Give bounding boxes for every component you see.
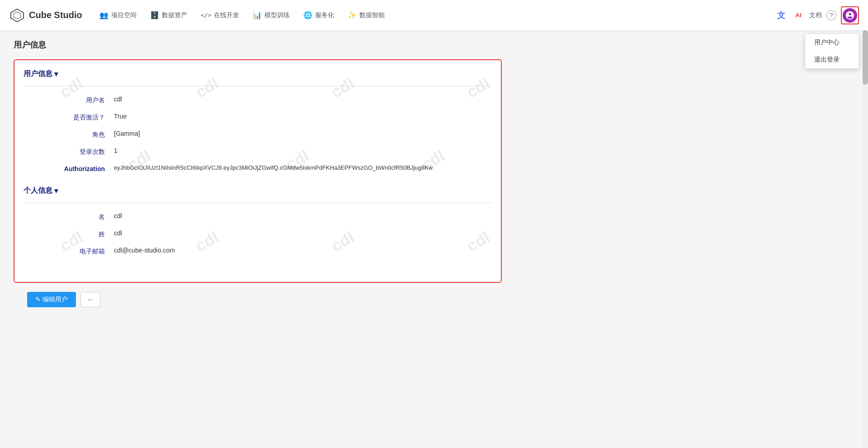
nav-data-ai-label: 数据智能 (359, 11, 385, 19)
back-button[interactable]: ← (80, 292, 100, 307)
doc-label[interactable]: 文档 (809, 9, 822, 22)
field-authorization-value: eyJhbGciOiJIUzI1NiIsInR5cCI6IkpXVCJ9.eyJ… (114, 164, 433, 171)
nav-data-assets[interactable]: 🗄️ 数据资产 (150, 11, 187, 19)
data-assets-icon: 🗄️ (150, 11, 159, 19)
project-space-icon: 👥 (99, 11, 108, 19)
nav-online-dev-label: 在线开发 (214, 11, 239, 19)
field-role-value: [Gamma] (114, 130, 140, 137)
field-firstname-value: cdl (114, 212, 122, 219)
field-username: 用户名 cdl (24, 95, 492, 105)
nav-model-train[interactable]: 📊 模型训练 (253, 11, 290, 19)
user-info-chevron: ▾ (54, 70, 58, 78)
avatar (843, 8, 857, 23)
field-email-value: cdl@cube-studio.com (114, 247, 175, 254)
field-authorization: Authorization eyJhbGciOiJIUzI1NiIsInR5cC… (24, 164, 492, 172)
field-email: 电子邮箱 cdl@cube-studio.com (24, 247, 492, 256)
scrollbar-track[interactable] (863, 30, 868, 448)
brand[interactable]: Cube Studio (9, 7, 99, 24)
field-authorization-label: Authorization (24, 164, 114, 172)
field-firstname-label: 名 (24, 212, 114, 221)
field-lastname-label: 姓 (24, 229, 114, 238)
nav-online-dev[interactable]: </> 在线开发 (201, 11, 239, 19)
field-lastname: 姓 cdl (24, 229, 492, 238)
main-content: 用户信息 cdl cdl cdl cdl cdl cdl cdl cdl cdl… (0, 30, 868, 448)
field-active-value: True (114, 113, 127, 120)
model-train-icon: 📊 (253, 11, 262, 19)
nav-service[interactable]: 🌐 服务化 (303, 11, 334, 19)
bottom-actions: ✎ 编辑用户 ← (14, 292, 854, 307)
personal-info-section-header[interactable]: 个人信息 ▾ (24, 186, 492, 195)
nav-project-space-label: 项目空间 (111, 11, 137, 19)
field-firstname: 名 cdl (24, 212, 492, 221)
back-arrow-icon: ← (87, 296, 94, 303)
field-email-label: 电子邮箱 (24, 247, 114, 256)
ai-label[interactable]: AI (792, 9, 805, 22)
online-dev-icon: </> (201, 12, 211, 19)
svg-marker-2 (14, 12, 21, 19)
user-info-section-title: 用户信息 (24, 69, 52, 79)
nav-data-ai[interactable]: ✨ 数据智能 (348, 11, 385, 19)
field-username-label: 用户名 (24, 95, 114, 105)
field-role-label: 角色 (24, 130, 114, 139)
user-dropdown-menu: 用户中心 退出登录 (805, 33, 859, 69)
scrollbar-thumb[interactable] (863, 30, 868, 85)
field-lastname-value: cdl (114, 229, 122, 237)
field-role: 角色 [Gamma] (24, 130, 492, 139)
help-icon[interactable]: ? (826, 10, 836, 20)
brand-icon (9, 7, 25, 24)
navbar-menu: 👥 项目空间 🗄️ 数据资产 </> 在线开发 📊 模型训练 🌐 服务化 ✨ 数… (99, 11, 775, 19)
nav-model-train-label: 模型训练 (264, 11, 290, 19)
field-username-value: cdl (114, 95, 122, 103)
field-active-label: 是否激活？ (24, 113, 114, 122)
personal-info-section-title: 个人信息 (24, 186, 52, 195)
service-icon: 🌐 (303, 11, 312, 19)
edit-user-button[interactable]: ✎ 编辑用户 (27, 292, 76, 307)
personal-info-chevron: ▾ (54, 186, 58, 195)
personal-info-divider (24, 203, 492, 203)
page-title: 用户信息 (14, 39, 854, 50)
field-login-count-value: 1 (114, 147, 118, 154)
user-center-item[interactable]: 用户中心 (805, 34, 859, 51)
user-avatar-button[interactable] (841, 6, 859, 24)
nav-service-label: 服务化 (315, 11, 334, 19)
info-card: cdl cdl cdl cdl cdl cdl cdl cdl cdl cdl … (14, 59, 502, 283)
svg-marker-1 (11, 9, 24, 22)
brand-title: Cube Studio (29, 10, 82, 20)
nav-data-assets-label: 数据资产 (162, 11, 187, 19)
field-login-count-label: 登录次数 (24, 147, 114, 156)
bottom-padding (24, 264, 492, 273)
navbar: Cube Studio 👥 项目空间 🗄️ 数据资产 </> 在线开发 📊 模型… (0, 0, 868, 30)
user-info-divider (24, 86, 492, 86)
field-login-count: 登录次数 1 (24, 147, 492, 156)
user-info-section-header[interactable]: 用户信息 ▾ (24, 69, 492, 79)
data-ai-icon: ✨ (348, 11, 357, 19)
navbar-right: 文 AI 文档 ? 用户中心 退出登录 (775, 6, 859, 24)
logout-item[interactable]: 退出登录 (805, 51, 859, 68)
svg-rect-0 (9, 7, 25, 24)
lang-icon[interactable]: 文 (775, 9, 788, 22)
nav-project-space[interactable]: 👥 项目空间 (99, 11, 137, 19)
field-active: 是否激活？ True (24, 113, 492, 122)
